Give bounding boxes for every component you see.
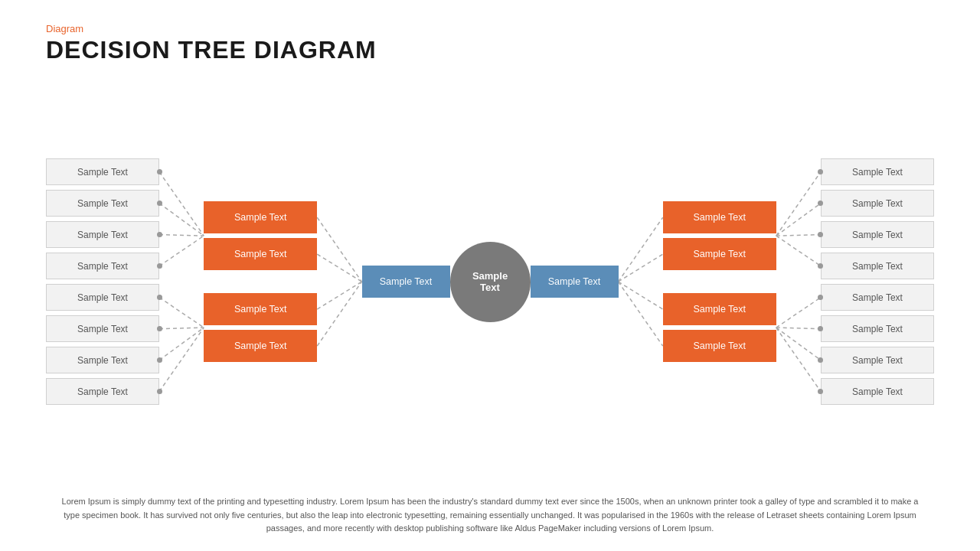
right-small-box-8: Sample Text [821,378,934,405]
right-orange-1: Sample Text [663,201,776,233]
right-orange-spacer [663,270,776,293]
svg-line-4 [159,298,204,328]
right-orange-bottom-group: Sample Text Sample Text [663,293,776,362]
left-small-box-5: Sample Text [46,284,159,311]
svg-line-7 [159,328,204,392]
left-orange-1: Sample Text [204,201,317,233]
svg-line-22 [776,328,821,360]
left-orange-2: Sample Text [204,238,317,270]
svg-line-19 [776,236,821,266]
center-area: Sample Text SampleText Sample Text [362,242,619,322]
right-orange-col: Sample Text Sample Text Sample Text Samp… [663,201,776,362]
left-small-box-8: Sample Text [46,378,159,405]
svg-line-3 [159,236,204,266]
svg-line-15 [619,282,663,346]
rdot-3 [818,232,823,237]
right-orange-top-group: Sample Text Sample Text [663,201,776,270]
right-small-box-3: Sample Text [821,221,934,248]
right-blue-box: Sample Text [531,266,619,298]
svg-line-17 [776,204,821,236]
dot-8 [157,389,162,394]
dot-7 [157,357,162,363]
right-small-box-7: Sample Text [821,347,934,373]
svg-line-9 [317,254,361,282]
right-small-box-5: Sample Text [821,284,934,311]
subtitle: Diagram [46,23,934,34]
svg-line-12 [619,217,663,282]
left-small-box-3: Sample Text [46,221,159,248]
dot-1 [157,169,162,174]
left-small-col: Sample Text Sample Text Sample Text Samp… [46,158,159,405]
left-orange-col: Sample Text Sample Text Sample Text Samp… [204,201,317,362]
svg-line-13 [619,254,663,282]
svg-line-1 [159,204,204,236]
left-small-box-2: Sample Text [46,190,159,217]
svg-line-5 [159,328,204,329]
left-orange-3: Sample Text [204,293,317,325]
left-orange-bottom-group: Sample Text Sample Text [204,293,317,362]
dot-4 [157,263,162,269]
left-small-box-4: Sample Text [46,253,159,279]
svg-line-16 [776,172,821,236]
right-small-box-1: Sample Text [821,158,934,185]
page-title: DECISION TREE DIAGRAM [46,36,934,64]
svg-line-20 [776,298,821,328]
rdot-6 [818,326,823,331]
svg-line-2 [159,235,204,236]
dot-5 [157,295,162,300]
rdot-7 [818,357,823,363]
svg-line-8 [317,217,361,282]
rdot-5 [818,295,823,300]
rdot-2 [818,201,823,206]
right-small-col: Sample Text Sample Text Sample Text Samp… [821,158,934,405]
svg-line-10 [317,282,361,309]
svg-line-23 [776,328,821,392]
rdot-8 [818,389,823,394]
right-small-box-2: Sample Text [821,190,934,217]
center-circle: SampleText [450,242,531,322]
dot-6 [157,326,162,331]
svg-line-11 [317,282,361,346]
svg-line-14 [619,282,663,309]
svg-line-0 [159,172,204,236]
diagram-layout: Sample Text Sample Text Sample Text Samp… [46,72,934,491]
right-small-box-4: Sample Text [821,253,934,279]
left-blue-box: Sample Text [362,266,450,298]
svg-line-6 [159,328,204,360]
header: Diagram DECISION TREE DIAGRAM [46,23,934,64]
diagram-area: Sample Text Sample Text Sample Text Samp… [46,72,934,491]
right-orange-2: Sample Text [663,238,776,270]
left-small-box-1: Sample Text [46,158,159,185]
orange-spacer [204,270,317,293]
left-small-box-6: Sample Text [46,315,159,342]
rdot-4 [818,263,823,269]
svg-line-21 [776,328,821,329]
left-orange-top-group: Sample Text Sample Text [204,201,317,270]
page: Diagram DECISION TREE DIAGRAM Sample Tex… [0,0,980,551]
right-small-box-6: Sample Text [821,315,934,342]
svg-line-18 [776,235,821,236]
right-orange-4: Sample Text [663,330,776,362]
footer-text: Lorem Ipsum is simply dummy text of the … [46,495,934,536]
dot-3 [157,232,162,237]
dot-2 [157,201,162,206]
left-small-box-7: Sample Text [46,347,159,373]
rdot-1 [818,169,823,174]
right-orange-3: Sample Text [663,293,776,325]
left-orange-4: Sample Text [204,330,317,362]
